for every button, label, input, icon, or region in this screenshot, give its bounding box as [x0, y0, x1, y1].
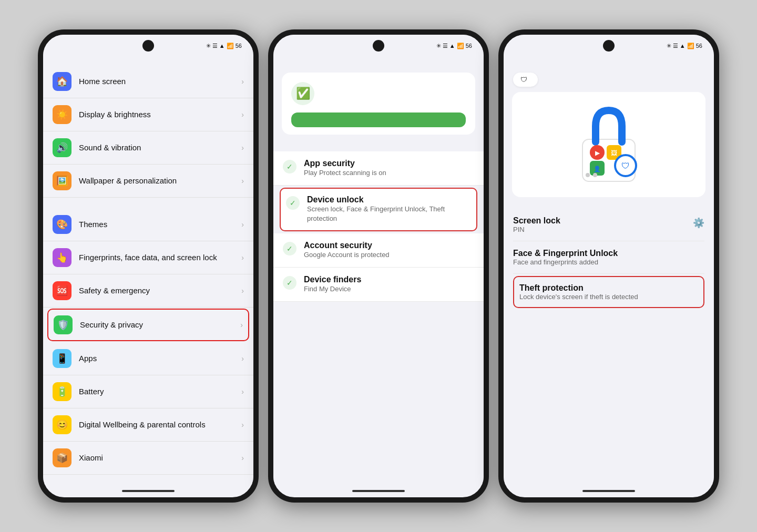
scan-device-button[interactable] [291, 112, 466, 127]
chevron-icon-xiaomi: › [241, 454, 244, 462]
settings-label-digital-wellbeing: Digital Wellbeing & parental controls [79, 420, 241, 430]
check-icon-account-security: ✓ [283, 242, 296, 255]
settings-label-home-screen: Home screen [79, 76, 241, 87]
settings-icon-wallpaper: 🖼️ [53, 171, 71, 190]
settings-icon-apps: 📱 [53, 349, 71, 368]
settings-icon-xiaomi: 📦 [53, 448, 71, 467]
settings-icon-themes: 🎨 [53, 215, 71, 234]
security-privacy-screen: ✅ ✓ App security Play Protect scanning i… [273, 54, 484, 485]
chevron-icon-fingerprints: › [241, 253, 244, 262]
settings-icon-home-screen: 🏠 [53, 72, 71, 91]
svg-text:🖼: 🖼 [611, 149, 617, 157]
badge-icon: 🛡 [520, 76, 527, 84]
settings-label-apps: Apps [79, 353, 241, 364]
settings-title [43, 54, 253, 65]
dev-row-texts-face-fingerprint: Face & Fingerprint Unlock Face and finge… [513, 249, 618, 266]
chevron-icon-display-brightness: › [241, 110, 244, 119]
gear-icon-screen-lock[interactable]: ⚙️ [693, 217, 704, 229]
settings-icon-security: 🛡️ [54, 315, 73, 334]
back-button-2[interactable] [273, 54, 484, 61]
settings-item-digital-wellbeing[interactable]: 😊 Digital Wellbeing & parental controls … [43, 408, 253, 442]
settings-label-battery: Battery [79, 386, 241, 397]
settings-icon-fingerprints: 👆 [53, 248, 71, 267]
settings-label-display-brightness: Display & brightness [79, 109, 241, 120]
settings-item-wallpaper[interactable]: 🖼️ Wallpaper & personalization › [43, 165, 253, 198]
device-unlock-section: Screen lock PIN ⚙️ Face & Fingerprint Un… [504, 206, 714, 313]
settings-label-safety: Safety & emergency [79, 285, 241, 296]
phone-2: ✳ ☰ ▲ 📶 56 ✅ ✓ App security Play Protect… [268, 29, 489, 503]
phone-3: ✳ ☰ ▲ 📶 56 🛡 ▶ 🖼 👤 🛡 [498, 29, 719, 503]
status-card-top: ✅ [291, 82, 466, 105]
sec-item-device-finders[interactable]: ✓ Device finders Find My Device [273, 268, 484, 302]
chevron-icon-safety: › [241, 287, 244, 295]
dev-row-face-fingerprint[interactable]: Face & Fingerprint Unlock Face and finge… [513, 241, 704, 274]
settings-item-sound-vibration[interactable]: 🔊 Sound & vibration › [43, 131, 253, 165]
chevron-icon-apps: › [241, 354, 244, 363]
sec-item-texts-app-security: App security Play Protect scanning is on [304, 159, 386, 178]
settings-label-security: Security & privacy [80, 320, 240, 330]
sec-item-texts-device-finders: Device finders Find My Device [304, 275, 361, 294]
dev-row-screen-lock[interactable]: Screen lock PIN ⚙️ [513, 209, 704, 241]
status-card: ✅ [282, 73, 475, 135]
sec-item-device-unlock[interactable]: ✓ Device unlock Screen lock, Face & Fing… [280, 188, 477, 231]
settings-icon-battery: 🔋 [53, 382, 71, 401]
home-bar-1 [43, 485, 253, 497]
dev-row-theft-protection[interactable]: Theft protection Lock device's screen if… [513, 276, 704, 308]
device-unlock-screen: 🛡 ▶ 🖼 👤 🛡 [504, 54, 714, 485]
settings-icon-sound-vibration: 🔊 [53, 138, 71, 157]
svg-text:🛡: 🛡 [621, 161, 630, 170]
status-icons-1: ✳ ☰ ▲ 📶 56 [206, 43, 242, 49]
back-button-3[interactable] [504, 54, 714, 61]
chevron-icon-wallpaper: › [241, 177, 244, 185]
notch-1 [142, 40, 154, 52]
check-icon-device-finders: ✓ [283, 276, 296, 290]
settings-label-xiaomi: Xiaomi [79, 453, 241, 463]
dev-row-texts-theft-protection: Theft protection Lock device's screen if… [519, 283, 638, 301]
settings-item-security[interactable]: 🛡️ Security & privacy › [47, 309, 249, 341]
settings-item-xiaomi[interactable]: 📦 Xiaomi › [43, 442, 253, 475]
device-rows: Screen lock PIN ⚙️ Face & Fingerprint Un… [513, 209, 704, 308]
settings-label-themes: Themes [79, 219, 241, 230]
settings-icon-display-brightness: ☀️ [53, 105, 71, 124]
sec-item-app-security[interactable]: ✓ App security Play Protect scanning is … [273, 151, 484, 186]
security-privacy-badge[interactable]: 🛡 [513, 73, 538, 87]
settings-item-battery[interactable]: 🔋 Battery › [43, 375, 253, 408]
notch-2 [373, 40, 384, 52]
chevron-icon-sound-vibration: › [241, 144, 244, 152]
sec-section-label [273, 143, 484, 151]
settings-list: 🏠 Home screen › ☀️ Display & brightness … [43, 65, 253, 475]
sec-privacy-title [273, 61, 484, 73]
dev-row-texts-screen-lock: Screen lock PIN [513, 216, 560, 233]
sec-item-texts-device-unlock: Device unlock Screen lock, Face & Finger… [307, 195, 471, 223]
sec-item-account-security[interactable]: ✓ Account security Google Account is pro… [273, 233, 484, 268]
lock-illustration: ▶ 🖼 👤 🛡 [512, 92, 705, 197]
notch-3 [603, 40, 615, 52]
settings-label-fingerprints: Fingerprints, face data, and screen lock [79, 252, 241, 263]
chevron-icon-security: › [240, 321, 243, 329]
chevron-icon-digital-wellbeing: › [241, 421, 244, 429]
chevron-icon-home-screen: › [241, 77, 244, 86]
phone-1: ✳ ☰ ▲ 📶 56 🏠 Home screen › ☀️ Display & … [38, 29, 259, 503]
check-icon-app-security: ✓ [283, 160, 296, 173]
settings-icon-safety: 🆘 [53, 281, 71, 300]
home-bar-2 [273, 485, 484, 497]
svg-point-9 [586, 173, 590, 177]
status-icons-3: ✳ ☰ ▲ 📶 56 [667, 43, 702, 49]
chevron-icon-themes: › [241, 220, 244, 229]
svg-text:▶: ▶ [595, 149, 600, 157]
svg-point-10 [593, 173, 597, 177]
settings-item-display-brightness[interactable]: ☀️ Display & brightness › [43, 98, 253, 131]
check-icon-device-unlock: ✓ [286, 196, 300, 210]
chevron-icon-battery: › [241, 387, 244, 396]
settings-item-themes[interactable]: 🎨 Themes › [43, 208, 253, 241]
settings-item-fingerprints[interactable]: 👆 Fingerprints, face data, and screen lo… [43, 241, 253, 274]
status-icons-2: ✳ ☰ ▲ 📶 56 [436, 43, 472, 49]
settings-item-safety[interactable]: 🆘 Safety & emergency › [43, 274, 253, 308]
settings-icon-digital-wellbeing: 😊 [53, 415, 71, 434]
settings-item-home-screen[interactable]: 🏠 Home screen › [43, 65, 253, 98]
settings-label-sound-vibration: Sound & vibration [79, 142, 241, 153]
sec-item-texts-account-security: Account security Google Account is prote… [304, 241, 390, 260]
status-good-icon: ✅ [291, 82, 314, 105]
home-bar-3 [504, 485, 714, 497]
settings-item-apps[interactable]: 📱 Apps › [43, 342, 253, 375]
